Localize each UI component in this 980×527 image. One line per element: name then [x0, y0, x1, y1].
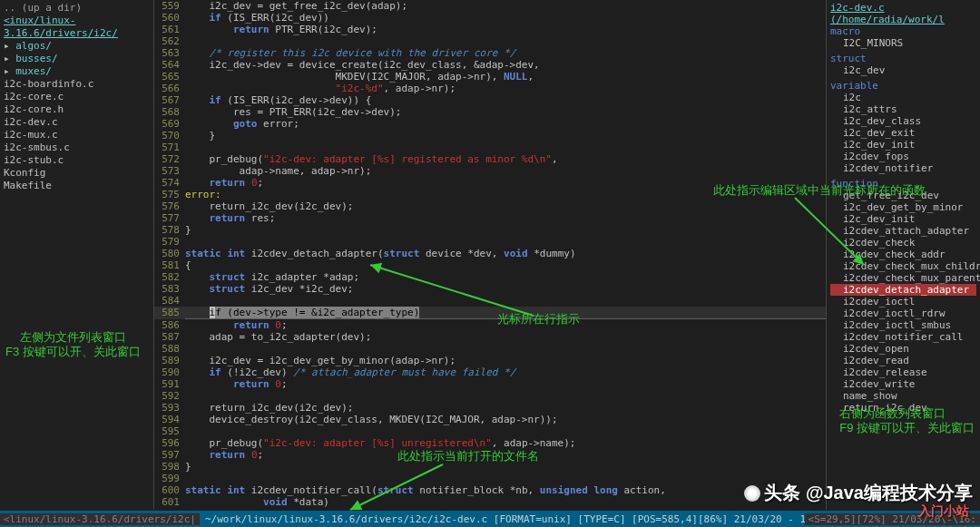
file-item[interactable]: i2c-stub.c: [4, 154, 150, 167]
taglist-item[interactable]: i2cdev_write: [830, 378, 976, 390]
status-right: <S=29,5][72%] 21/03/20\-\16:: [805, 513, 980, 525]
code-line[interactable]: 593 return_i2c_dev(i2c_dev);: [154, 402, 826, 414]
code-editor[interactable]: 559 i2c_dev = get_free_i2c_dev(adap);560…: [154, 0, 826, 510]
code-line[interactable]: 580static int i2cdev_detach_adapter(stru…: [154, 248, 826, 259]
taglist-item[interactable]: i2cdev_ioctl: [830, 296, 976, 307]
taglist-item[interactable]: i2cdev_read: [830, 355, 976, 366]
file-tree-panel[interactable]: .. (up a dir) <inux/linux-3.16.6/drivers…: [0, 0, 154, 510]
code-line[interactable]: 560 if (IS_ERR(i2c_dev)): [154, 12, 826, 24]
taglist-item[interactable]: i2c_dev_class: [830, 115, 976, 127]
code-line[interactable]: 601 void *data): [154, 496, 826, 508]
code-line[interactable]: 567 if (IS_ERR(i2c_dev->dev)) {: [154, 94, 826, 106]
file-item[interactable]: i2c-dev.c: [4, 116, 150, 129]
code-line[interactable]: 586 return 0;: [154, 319, 826, 331]
taglist-item[interactable]: i2cdev_check_mux_children: [830, 260, 976, 272]
taglist-item[interactable]: i2cdev_detach_adapter: [830, 284, 976, 296]
code-line[interactable]: 562: [154, 35, 826, 47]
code-line[interactable]: 575error:: [154, 189, 826, 200]
code-line[interactable]: 602{: [154, 508, 826, 510]
code-text: [185, 295, 826, 307]
code-line[interactable]: 566 "i2c-%d", adap->nr);: [154, 83, 826, 94]
taglist-item[interactable]: return_i2c_dev: [830, 402, 976, 414]
code-line[interactable]: 590 if (!i2c_dev) /* attach_adapter must…: [154, 366, 826, 378]
code-line[interactable]: 599: [154, 473, 826, 484]
file-item[interactable]: i2c-core.c: [4, 91, 150, 103]
file-item[interactable]: Kconfig: [4, 167, 150, 180]
code-line[interactable]: 571: [154, 142, 826, 153]
taglist-item[interactable]: i2cdev_fops: [830, 151, 976, 162]
code-line[interactable]: 577 return res;: [154, 212, 826, 224]
code-text: static int i2cdev_notifier_call(struct n…: [185, 484, 826, 496]
taglist-item[interactable]: i2cdev_open: [830, 343, 976, 355]
code-line[interactable]: 597 return 0;: [154, 449, 826, 461]
code-line[interactable]: 582 struct i2c_adapter *adap;: [154, 271, 826, 283]
code-line[interactable]: 598}: [154, 461, 826, 473]
code-line[interactable]: 592: [154, 390, 826, 402]
taglist-item[interactable]: i2cdev_attach_adapter: [830, 225, 976, 237]
file-item[interactable]: i2c-boardinfo.c: [4, 78, 150, 91]
taglist-item[interactable]: i2c_dev_init: [830, 213, 976, 225]
folder-item[interactable]: ▸ busses/: [4, 53, 150, 65]
code-line[interactable]: 569 goto error;: [154, 118, 826, 130]
code-line[interactable]: 591 return 0;: [154, 378, 826, 390]
code-text: [185, 236, 826, 248]
taglist-item[interactable]: i2c_attrs: [830, 103, 976, 115]
taglist-item[interactable]: i2cdev_notifier: [830, 162, 976, 174]
code-line[interactable]: 570 }: [154, 130, 826, 142]
taglist-item[interactable]: i2cdev_ioctl_rdrw: [830, 307, 976, 319]
taglist-item[interactable]: name_show: [830, 390, 976, 402]
taglist-item[interactable]: i2cdev_ioctl_smbus: [830, 319, 976, 331]
folder-item[interactable]: ▸ muxes/: [4, 65, 150, 78]
code-line[interactable]: 574 return 0;: [154, 177, 826, 189]
taglist-item[interactable]: I2C_MINORS: [830, 37, 976, 49]
code-line[interactable]: 583 struct i2c_dev *i2c_dev;: [154, 283, 826, 295]
code-text: i2c_dev = i2c_dev_get_by_minor(adap->nr)…: [185, 355, 826, 366]
code-line[interactable]: 584: [154, 295, 826, 307]
code-line[interactable]: 563 /* register this i2c device with the…: [154, 47, 826, 59]
file-item[interactable]: i2c-smbus.c: [4, 142, 150, 154]
taglist-item[interactable]: i2cdev_check: [830, 237, 976, 249]
taglist-item[interactable]: i2cdev_check_addr: [830, 249, 976, 260]
taglist-item[interactable]: get_free_i2c_dev: [830, 190, 976, 201]
taglist-item[interactable]: i2c_dev: [830, 64, 976, 76]
taglist-panel[interactable]: i2c-dev.c (/home/radia/work/l macroI2C_M…: [826, 0, 980, 510]
taglist-item[interactable]: i2c_dev_get_by_minor: [830, 201, 976, 213]
code-line[interactable]: 589 i2c_dev = i2c_dev_get_by_minor(adap-…: [154, 355, 826, 366]
code-line[interactable]: 578}: [154, 224, 826, 236]
line-number: 561: [154, 24, 185, 35]
code-line[interactable]: 559 i2c_dev = get_free_i2c_dev(adap);: [154, 0, 826, 12]
code-line[interactable]: 585 if (dev->type != &i2c_adapter_type): [154, 307, 826, 319]
folder-item[interactable]: ▸ algos/: [4, 40, 150, 53]
taglist-item[interactable]: i2cdev_notifier_call: [830, 331, 976, 343]
taglist-item[interactable]: i2c_dev_exit: [830, 127, 976, 139]
file-item[interactable]: i2c-mux.c: [4, 129, 150, 142]
code-line[interactable]: 581{: [154, 259, 826, 271]
code-line[interactable]: 568 res = PTR_ERR(i2c_dev->dev);: [154, 106, 826, 118]
file-item[interactable]: i2c-core.h: [4, 103, 150, 116]
line-number: 598: [154, 461, 185, 473]
code-line[interactable]: 596 pr_debug("i2c-dev: adapter [%s] unre…: [154, 437, 826, 449]
taglist-item[interactable]: i2cdev_check_mux_parents: [830, 272, 976, 284]
code-line[interactable]: 579: [154, 236, 826, 248]
code-line[interactable]: 565 MKDEV(I2C_MAJOR, adap->nr), NULL,: [154, 71, 826, 83]
code-line[interactable]: 588: [154, 343, 826, 355]
taglist-item[interactable]: i2c_dev_init: [830, 139, 976, 151]
updir[interactable]: .. (up a dir): [4, 2, 150, 15]
code-line[interactable]: 594 device_destroy(i2c_dev_class, MKDEV(…: [154, 414, 826, 425]
code-line[interactable]: 573 adap->name, adap->nr);: [154, 165, 826, 177]
code-line[interactable]: 576 return_i2c_dev(i2c_dev);: [154, 200, 826, 212]
taglist-item[interactable]: i2c: [830, 92, 976, 103]
line-number: 593: [154, 402, 185, 414]
current-path[interactable]: <inux/linux-3.16.6/drivers/i2c/: [4, 15, 150, 40]
taglist-item[interactable]: i2cdev_release: [830, 366, 976, 378]
code-line[interactable]: 561 return PTR_ERR(i2c_dev);: [154, 24, 826, 35]
code-line[interactable]: 595: [154, 425, 826, 437]
code-line[interactable]: 587 adap = to_i2c_adapter(dev);: [154, 331, 826, 343]
code-text: if (!i2c_dev) /* attach_adapter must hav…: [185, 366, 826, 378]
code-line[interactable]: 564 i2c_dev->dev = device_create(i2c_dev…: [154, 59, 826, 71]
line-number: 566: [154, 83, 185, 94]
code-line[interactable]: 572 pr_debug("i2c-dev: adapter [%s] regi…: [154, 153, 826, 165]
code-line[interactable]: 600static int i2cdev_notifier_call(struc…: [154, 484, 826, 496]
file-item[interactable]: Makefile: [4, 180, 150, 192]
line-number: 579: [154, 236, 185, 248]
